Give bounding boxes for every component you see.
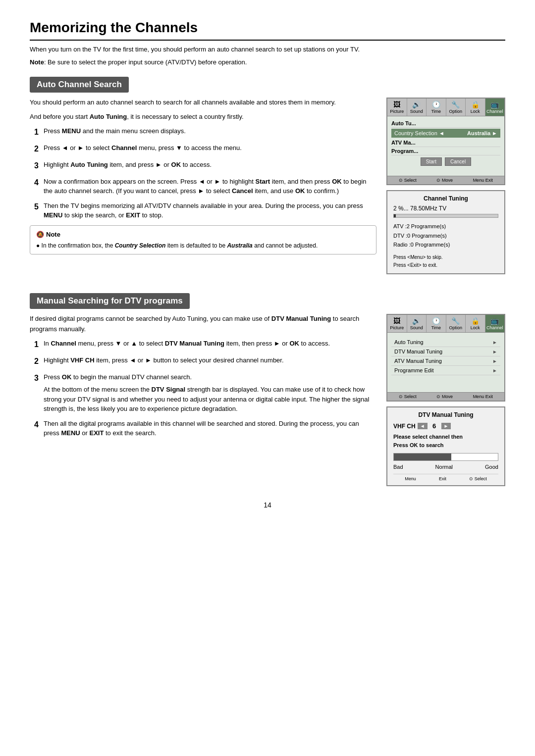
auto-channel-text-col: You should perform an auto channel searc…: [30, 98, 376, 259]
manual-section: Manual Searching for DTV programs If des…: [30, 286, 505, 486]
intro-note: Note: Be sure to select the proper input…: [30, 57, 505, 67]
picture2-label: Picture: [390, 325, 404, 330]
note-box: 🔕 Note ● In the confirmation box, the Co…: [30, 225, 376, 255]
menu-auto-tuning: Auto Tuning ►: [391, 338, 500, 347]
cancel-button[interactable]: Cancel: [445, 157, 471, 166]
prog-edit-arrow: ►: [492, 368, 497, 373]
tv-footer-1: ⊙ Select ⊙ Move Menu Exit: [387, 176, 504, 184]
country-label: Country Selection ◄: [394, 130, 467, 136]
manual-layout: If desired digital programs cannot be se…: [30, 314, 505, 486]
tuning-title: Channel Tuning: [393, 195, 498, 202]
dtv-title: DTV Manual Tuning: [393, 411, 498, 418]
dtv-info-line1: Please select channel then: [393, 433, 498, 441]
auto-tuning-arrow: ►: [492, 340, 497, 345]
menu-sound: 🔊 Sound: [407, 99, 427, 116]
auto-channel-layout: You should perform an auto channel searc…: [30, 98, 505, 277]
menu2-sound: 🔊 Sound: [407, 315, 427, 332]
step-num-5: 5: [30, 201, 39, 220]
tv-row-autotu: Auto Tu...: [391, 119, 500, 128]
footer-select: ⊙ Select: [399, 178, 417, 183]
note-content: ● In the confirmation box, the Country S…: [36, 241, 370, 250]
auto-channel-screens: 🖼 Picture 🔊 Sound 🕐 Time 🔧 Option: [386, 98, 505, 277]
tuning-screen: Channel Tuning 2 %... 78.50MHz TV ATV :2…: [386, 190, 505, 274]
channel-label: Channel: [486, 109, 503, 114]
manual-step-content-3: Press OK to begin the manual DTV channel…: [44, 372, 376, 414]
manual-step-content-2: Highlight VHF CH item, press ◄ or ► butt…: [44, 355, 376, 367]
manual-step-num-4: 4: [30, 419, 39, 438]
manual-text-col: If desired digital programs cannot be se…: [30, 314, 376, 443]
tv-body-2: Auto Tuning ► DTV Manual Tuning ► ATV Ma…: [387, 333, 504, 392]
sound-label: Sound: [410, 109, 423, 114]
signal-bad: Bad: [393, 464, 403, 470]
dtv-ch-value: 6: [429, 422, 439, 430]
dtv-ch-row: VHF CH ◄ 6 ►: [393, 422, 498, 430]
menu-channel: 📺 Channel: [485, 99, 505, 116]
dtv-footer-menu: Menu: [405, 476, 416, 481]
tuning-radio: Radio :0 Programme(s): [393, 240, 498, 250]
menu-lock: 🔒 Lock: [466, 99, 485, 116]
tv-row-atvm: ATV Ma...: [391, 139, 500, 147]
tuning-dtv: DTV :0 Programme(s): [393, 231, 498, 241]
menu2-time: 🕐 Time: [427, 315, 446, 332]
sound2-icon: 🔊: [412, 317, 421, 325]
time-label: Time: [431, 109, 441, 114]
footer-move: ⊙ Move: [436, 178, 453, 183]
option2-icon: 🔧: [451, 317, 460, 325]
menu-option: 🔧 Option: [446, 99, 466, 116]
step-content-1: Press MENU and the main menu screen disp…: [44, 126, 376, 138]
signal-normal: Normal: [435, 464, 453, 470]
dtv-screen: DTV Manual Tuning VHF CH ◄ 6 ► Please se…: [386, 406, 505, 486]
manual-desc: If desired digital programs cannot be se…: [30, 314, 376, 335]
tv-menubar-1: 🖼 Picture 🔊 Sound 🕐 Time 🔧 Option: [387, 99, 504, 116]
time2-icon: 🕐: [432, 317, 440, 325]
note-rest: : Be sure to select the proper input sou…: [44, 58, 247, 66]
dtv-manual-arrow: ►: [492, 349, 497, 354]
footer2-move: ⊙ Move: [436, 394, 453, 399]
signal-fill: [394, 454, 451, 460]
tv-screen-2: 🖼 Picture 🔊 Sound 🕐 Time 🔧 Option: [386, 314, 505, 402]
step-content-3: Highlight Auto Tuning item, and press ► …: [44, 160, 376, 172]
dtv-info: Please select channel then Press OK to s…: [393, 433, 498, 449]
tv-menubar-2: 🖼 Picture 🔊 Sound 🕐 Time 🔧 Option: [387, 315, 504, 333]
tv-footer-2: ⊙ Select ⊙ Move Menu Exit: [387, 392, 504, 401]
menu-time: 🕐 Time: [427, 99, 446, 116]
signal-good: Good: [485, 464, 498, 470]
manual-step-4: 4 Then all the digital programs availabl…: [30, 419, 376, 438]
note-icon: 🔕: [36, 230, 44, 240]
picture-icon: 🖼: [393, 101, 400, 108]
manual-step-2: 2 Highlight VHF CH item, press ◄ or ► bu…: [30, 355, 376, 367]
start-button[interactable]: Start: [421, 157, 442, 166]
menu2-picture: 🖼 Picture: [387, 315, 407, 332]
manual-step-3: 3 Press OK to begin the manual DTV chann…: [30, 372, 376, 414]
dtv-info-line2: Press OK to search: [393, 441, 498, 450]
lock2-label: Lock: [471, 325, 480, 330]
dtv-ch-left-arrow[interactable]: ◄: [418, 423, 428, 429]
atv-manual-label: ATV Manual Tuning: [394, 358, 492, 364]
page-title: Memorizing the Channels: [30, 20, 505, 41]
dtv-footer: Menu Exit ⊙ Select: [393, 474, 498, 481]
dtv-footer-select: ⊙ Select: [469, 476, 487, 481]
menu2-channel: 📺 Channel: [485, 315, 505, 332]
manual-step-num-1: 1: [30, 339, 39, 351]
step-4: 4 Now a confirmation box appears on the …: [30, 177, 376, 196]
menu2-option: 🔧 Option: [446, 315, 466, 332]
tuning-atv: ATV :2 Programme(s): [393, 222, 498, 231]
progress-bar: [393, 214, 498, 218]
note-label: Note: [46, 230, 60, 240]
signal-labels: Bad Normal Good: [393, 464, 498, 470]
intro-text: When you turn on the TV for the first ti…: [30, 45, 505, 54]
manual-step-num-3: 3: [30, 372, 39, 414]
auto-tuning-label: Auto Tuning: [394, 339, 492, 345]
dtv-ch-right-arrow[interactable]: ►: [441, 423, 451, 429]
option-icon: 🔧: [451, 101, 460, 108]
step-5: 5 Then the TV begins memorizing all ATV/…: [30, 201, 376, 220]
footer2-select: ⊙ Select: [399, 394, 417, 399]
option-label: Option: [449, 109, 462, 114]
time2-label: Time: [431, 325, 441, 330]
time-icon: 🕐: [432, 101, 440, 108]
auto-channel-subdesc: And before you start Auto Tuning, it is …: [30, 112, 376, 122]
page-number: 14: [30, 501, 505, 509]
dtv-ch-label: VHF CH: [393, 423, 416, 430]
tv-menu-list: Auto Tuning ► DTV Manual Tuning ► ATV Ma…: [391, 336, 500, 377]
menu2-lock: 🔒 Lock: [466, 315, 485, 332]
